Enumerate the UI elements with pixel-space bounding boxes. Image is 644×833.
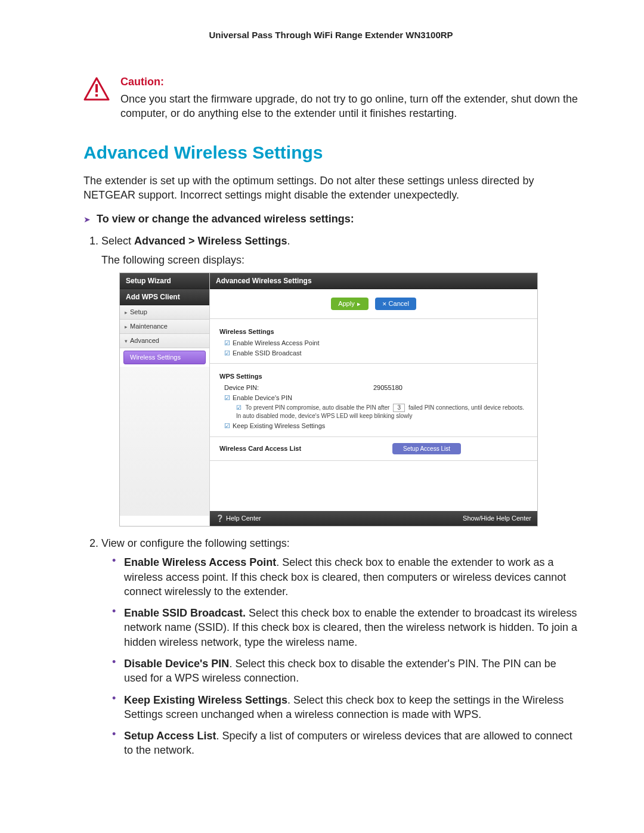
procedure-lead-text: To view or change the advanced wireless … <box>97 213 354 225</box>
caution-text: Once you start the firmware upgrade, do … <box>120 92 578 121</box>
chk-enable-pin[interactable]: Enable Device's PIN <box>224 394 528 402</box>
embedded-screenshot: Setup Wizard Add WPS Client Setup Mainte… <box>119 272 538 527</box>
chk-keep-settings[interactable]: Keep Existing Wireless Settings <box>224 422 528 431</box>
nav-advanced[interactable]: Advanced <box>120 334 209 348</box>
wps-settings-title: WPS Settings <box>219 372 528 381</box>
nav-add-wps[interactable]: Add WPS Client <box>120 289 209 305</box>
b1-title: Enable SSID Broadcast. <box>124 607 246 619</box>
setup-access-list-button[interactable]: Setup Access List <box>392 443 461 455</box>
step2-text: View or configure the following settings… <box>101 537 290 549</box>
bullet-disable-pin: Disable Device's PIN. Select this check … <box>112 657 578 686</box>
help-center-label[interactable]: Help Center <box>216 514 261 523</box>
procedure-lead: ➤ To view or change the advanced wireles… <box>83 213 578 225</box>
nav-setup-wizard[interactable]: Setup Wizard <box>120 273 209 289</box>
b3-title: Keep Existing Wireless Settings <box>124 694 287 706</box>
warning-triangle-icon <box>83 77 110 103</box>
section-title: Advanced Wireless Settings <box>83 143 578 163</box>
nav-wireless-settings[interactable]: Wireless Settings <box>123 351 206 364</box>
intro-text: The extender is set up with the optimum … <box>83 174 578 203</box>
b0-title: Enable Wireless Access Point <box>124 556 276 568</box>
access-list-label: Wireless Card Access List <box>219 444 301 453</box>
wireless-settings-title: Wireless Settings <box>219 327 528 336</box>
bullet-access-list: Setup Access List. Specify a list of com… <box>112 729 578 758</box>
step1-prefix: Select <box>101 235 134 247</box>
wps-note1b: failed PIN connections, until device reb… <box>408 404 524 411</box>
step1-bold: Advanced > Wireless Settings <box>134 235 287 247</box>
step1-follow: The following screen displays: <box>101 253 578 267</box>
caution-block: Caution: Once you start the firmware upg… <box>83 76 578 121</box>
pin-label: Device PIN: <box>224 383 373 392</box>
apply-button[interactable]: Apply <box>331 298 369 310</box>
svg-rect-1 <box>95 84 98 92</box>
svg-rect-2 <box>95 94 98 97</box>
chevron-right-icon: ➤ <box>83 215 91 224</box>
b4-title: Setup Access List <box>124 730 216 742</box>
caution-label: Caution: <box>120 76 578 88</box>
panel-title: Advanced Wireless Settings <box>210 273 537 289</box>
bullet-keep-settings: Keep Existing Wireless Settings. Select … <box>112 693 578 722</box>
toggle-help-center[interactable]: Show/Hide Help Center <box>463 514 531 523</box>
bullet-enable-ap: Enable Wireless Access Point. Select thi… <box>112 555 578 599</box>
step-1: Select Advanced > Wireless Settings. The… <box>101 234 578 527</box>
bullet-enable-ssid: Enable SSID Broadcast. Select this check… <box>112 606 578 649</box>
pin-value: 29055180 <box>373 383 402 392</box>
chk-enable-ssid[interactable]: Enable SSID Broadcast <box>224 349 528 358</box>
step1-suffix: . <box>287 235 290 247</box>
b2-title: Disable Device's PIN <box>124 658 229 670</box>
chk-enable-ap[interactable]: Enable Wireless Access Point <box>224 339 528 348</box>
nav-setup[interactable]: Setup <box>120 305 209 320</box>
step-2: View or configure the following settings… <box>101 536 578 758</box>
fail-count-input[interactable]: 3 <box>393 404 405 412</box>
wps-note2: In auto disabled mode, device's WPS LED … <box>236 412 528 420</box>
cancel-button[interactable]: Cancel <box>375 298 416 310</box>
nav-maintenance[interactable]: Maintenance <box>120 320 209 334</box>
doc-header: Universal Pass Through WiFi Range Extend… <box>83 30 578 40</box>
wps-note1a: To prevent PIN compromise, auto disable … <box>246 404 390 411</box>
checkbox-icon[interactable]: ☑ <box>236 404 242 411</box>
